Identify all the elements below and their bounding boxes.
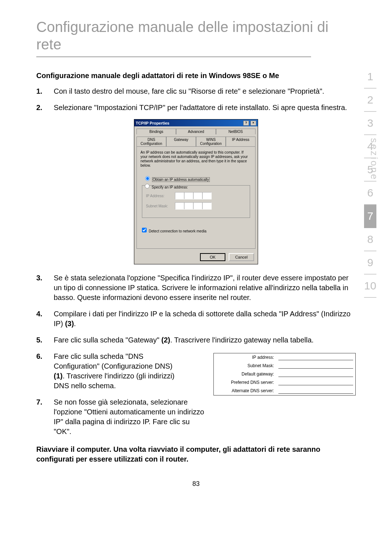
detect-connection-checkbox[interactable]	[142, 228, 147, 232]
step-3: 3. Se è stata selezionata l'opzione "Spe…	[36, 273, 356, 303]
note-alternate-dns-value	[278, 388, 353, 394]
radio-auto-label: Obtain an IP address automatically	[152, 177, 210, 182]
page-title: Configurazione manuale delle impostazion…	[36, 18, 356, 53]
dialog-tabs-row1: Bindings Advanced NetBIOS	[134, 126, 258, 134]
radio-obtain-auto[interactable]: Obtain an IP address automatically	[143, 175, 252, 182]
step-1: 1. Con il tasto destro del mouse, fare c…	[36, 86, 356, 96]
step-text: Se non fosse già selezionata, selezionar…	[54, 397, 208, 437]
tab-netbios[interactable]: NetBIOS	[216, 129, 256, 134]
dialog-titlebar: TCP/IP Properties ? ×	[134, 119, 258, 126]
section-nav: 1 2 3 4 5 6 7 8 9 10 sezione	[359, 65, 381, 298]
section-nav-3[interactable]: 3	[364, 112, 376, 135]
ok-button[interactable]: OK	[200, 253, 225, 261]
cancel-button[interactable]: Cancel	[229, 253, 254, 261]
step-5: 5. Fare clic sulla scheda "Gateway" (2).…	[36, 335, 356, 345]
detect-connection-label: Detect connection to network media	[149, 229, 207, 233]
step-text: Fare clic sulla scheda "Gateway" (2). Tr…	[54, 335, 356, 345]
tab-wins-configuration[interactable]: WINS Configuration	[196, 137, 226, 146]
note-gateway-label: Default gateway:	[214, 370, 276, 378]
help-icon[interactable]: ?	[243, 121, 249, 126]
radio-specify-label: Specify an IP address:	[152, 185, 188, 189]
step-2: 2. Selezionare "Impostazioni TCP/IP" per…	[36, 103, 356, 113]
step-6: 6. Fare clic sulla scheda "DNS Configura…	[36, 352, 208, 391]
step-text: Con il tasto destro del mouse, fare clic…	[54, 86, 356, 96]
step-text: Compilare i dati per l'indirizzo IP e la…	[54, 309, 356, 329]
restart-note: Riavviare il computer. Una volta riavvia…	[36, 445, 356, 464]
dialog-title: TCP/IP Properties	[136, 121, 170, 125]
tcpip-dialog-figure: TCP/IP Properties ? × Bindings Advanced …	[36, 119, 356, 264]
step-4: 4. Compilare i dati per l'indirizzo IP e…	[36, 309, 356, 329]
step-number: 6.	[36, 352, 54, 391]
dialog-buttons: OK Cancel	[134, 251, 258, 264]
section-nav-7[interactable]: 7	[364, 205, 376, 228]
section-label: sezione	[368, 138, 380, 181]
note-preferred-dns-label: Preferred DNS server:	[214, 378, 276, 387]
address-note-table: IP address: Subnet Mask: Default gateway…	[213, 353, 356, 395]
note-gateway-value	[278, 372, 353, 377]
section-nav-8[interactable]: 8	[364, 228, 376, 251]
note-mask-label: Subnet Mask:	[214, 362, 276, 370]
ip-address-label: IP Address:	[146, 194, 175, 198]
dialog-description: An IP address can be automatically assig…	[140, 150, 252, 168]
note-alternate-dns-label: Alternate DNS server:	[214, 387, 276, 395]
title-rule	[36, 57, 311, 57]
section-nav-2[interactable]: 2	[364, 89, 376, 112]
tab-ip-address[interactable]: IP Address	[226, 137, 256, 146]
step-text: Fare clic sulla scheda "DNS Configuratio…	[54, 352, 181, 391]
step-text: Selezionare "Impostazioni TCP/IP" per l'…	[54, 103, 356, 113]
step-number: 1.	[36, 86, 54, 96]
note-ip-label: IP address:	[214, 353, 276, 362]
radio-specify-input[interactable]	[145, 184, 150, 188]
tab-body: An IP address can be automatically assig…	[136, 146, 256, 249]
note-ip-value	[278, 355, 353, 360]
section-nav-9[interactable]: 9	[364, 251, 376, 275]
section-nav-10[interactable]: 10	[364, 275, 376, 298]
subnet-mask-input[interactable]	[175, 202, 212, 210]
step-7: 7. Se non fosse già selezionata, selezio…	[36, 397, 208, 437]
tcpip-dialog: TCP/IP Properties ? × Bindings Advanced …	[134, 119, 258, 264]
note-mask-value	[278, 363, 353, 369]
radio-auto-input[interactable]	[145, 176, 150, 181]
radio-specify[interactable]: Specify an IP address:	[143, 183, 246, 189]
dialog-tabs-row2: DNS Configuration Gateway WINS Configura…	[134, 134, 258, 146]
specify-ip-fieldset: Specify an IP address: IP Address: Subne…	[142, 185, 250, 218]
ip-address-input[interactable]	[175, 192, 212, 199]
step-number: 5.	[36, 335, 54, 345]
section-nav-6[interactable]: 6	[364, 182, 376, 205]
section-nav-1[interactable]: 1	[364, 65, 376, 89]
step-number: 4.	[36, 309, 54, 329]
note-preferred-dns-value	[278, 380, 353, 385]
section-subheading: Configurazione manuale degli adattatori …	[36, 72, 356, 80]
step-text: Se è stata selezionata l'opzione "Specif…	[54, 273, 356, 303]
tab-gateway[interactable]: Gateway	[166, 137, 196, 146]
step-number: 3.	[36, 273, 54, 303]
ip-address-row: IP Address:	[146, 192, 246, 199]
step-number: 2.	[36, 103, 54, 113]
tab-advanced[interactable]: Advanced	[176, 129, 216, 134]
page-number: 83	[36, 480, 356, 488]
tab-dns-configuration[interactable]: DNS Configuration	[136, 137, 166, 146]
subnet-mask-row: Subnet Mask:	[146, 202, 246, 210]
subnet-mask-label: Subnet Mask:	[146, 204, 175, 208]
step-number: 7.	[36, 397, 54, 437]
close-icon[interactable]: ×	[250, 121, 256, 126]
tab-bindings[interactable]: Bindings	[136, 129, 176, 134]
detect-connection-row[interactable]: Detect connection to network media	[140, 227, 252, 234]
